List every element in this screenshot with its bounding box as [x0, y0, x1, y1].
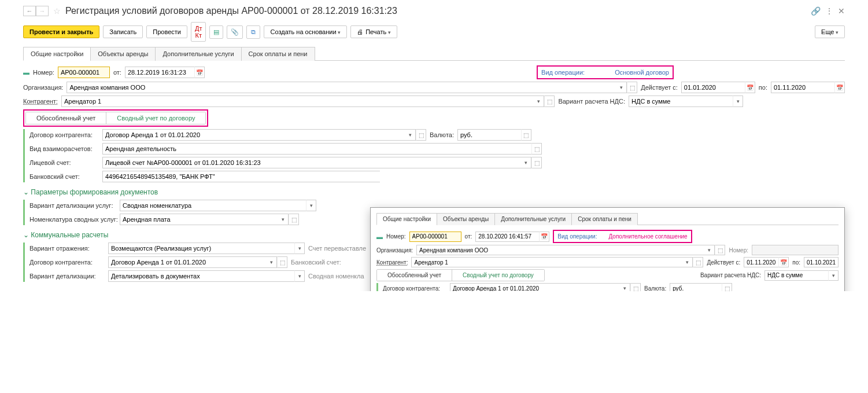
ov-open-kontr[interactable] — [693, 257, 703, 267]
ov-lbl-vid-op: Вид операции: — [557, 233, 597, 240]
inp-deist-s[interactable] — [681, 82, 745, 93]
ov-cal-ot[interactable] — [539, 232, 549, 242]
lbl-bank: Банковский счет: — [29, 173, 99, 180]
ov-dd-dog[interactable]: ▾ — [620, 283, 630, 291]
ov-dd-nds[interactable]: ▾ — [828, 270, 839, 281]
ov-open-dog[interactable] — [630, 283, 641, 291]
seg-obosobl[interactable]: Обособленный учет — [26, 112, 106, 124]
open-val[interactable] — [521, 129, 531, 141]
btn-sozdat[interactable]: Создать на основании — [264, 25, 347, 38]
tab-services[interactable]: Дополнительные услуги — [155, 47, 241, 61]
inp-nds[interactable] — [629, 96, 733, 107]
btn-provesti-zakryt[interactable]: Провести и закрыть — [23, 25, 99, 38]
ov-open-org[interactable] — [715, 245, 725, 255]
ov-deist-po[interactable] — [804, 257, 839, 267]
dd-lic[interactable]: ▾ — [521, 157, 531, 168]
inp-var-otr[interactable] — [108, 243, 294, 254]
inp-bank[interactable] — [102, 171, 380, 182]
open-org[interactable] — [627, 82, 637, 93]
open-lic[interactable] — [531, 157, 542, 168]
dd-nom-sv[interactable]: ▾ — [278, 214, 289, 225]
ov-cal-s[interactable] — [778, 257, 789, 267]
ov-inp-val[interactable] — [670, 283, 722, 291]
btn-struct-icon[interactable]: ⧉ — [246, 25, 260, 39]
nav-back[interactable]: ← — [23, 6, 36, 16]
ov-tab-objects[interactable]: Объекты аренды — [437, 213, 495, 225]
dd-komm-vd[interactable]: ▾ — [294, 270, 305, 282]
dd-var-otr[interactable]: ▾ — [294, 243, 305, 254]
open-nom-sv[interactable] — [289, 214, 299, 225]
tab-terms[interactable]: Срок оплаты и пени — [241, 47, 315, 61]
ov-tab-general[interactable]: Общие настройки — [376, 213, 437, 225]
lbl-komm-bank: Банковский счет: — [291, 259, 341, 266]
open-kontr[interactable] — [544, 96, 555, 107]
ov-lbl-val: Валюта: — [644, 285, 666, 292]
link-icon[interactable]: 🔗 — [811, 6, 821, 16]
dd-nds[interactable]: ▾ — [733, 96, 743, 107]
open-komm-dog[interactable] — [277, 256, 287, 268]
close-icon[interactable]: ✕ — [838, 6, 845, 16]
dd-var-det[interactable]: ▾ — [306, 200, 316, 211]
ov-open-val[interactable] — [722, 283, 732, 291]
inp-deist-po[interactable] — [771, 82, 834, 93]
star-icon[interactable]: ☆ — [53, 6, 61, 16]
tab-objects[interactable]: Объекты аренды — [90, 47, 156, 61]
ov-seg-b[interactable]: Сводный учет по договору — [452, 270, 544, 281]
ov-inp-kontr[interactable] — [411, 257, 682, 267]
menu-icon[interactable]: ⋮ — [825, 6, 833, 16]
inp-komm-vd[interactable] — [108, 270, 294, 282]
inp-komm-dog[interactable] — [108, 256, 267, 268]
ov-dd-org[interactable]: ▾ — [704, 245, 715, 255]
inp-var-det[interactable] — [120, 200, 306, 211]
ov-lbl-org: Организация: — [376, 247, 413, 254]
inp-nomer[interactable] — [58, 67, 110, 78]
cal-deist-po[interactable] — [834, 82, 845, 93]
ov-inp-nomer[interactable] — [409, 232, 461, 242]
ov-dd-kontr[interactable]: ▾ — [682, 257, 693, 267]
ov-val-vid-op[interactable]: Дополнительное соглашение — [608, 233, 687, 240]
ov-seg-a[interactable]: Обособленный учет — [377, 270, 452, 281]
btn-provesti[interactable]: Провести — [146, 25, 187, 38]
lbl-vid-op: Вид операции: — [541, 69, 585, 76]
dd-kontr[interactable]: ▾ — [534, 96, 544, 107]
ov-lbl-kontr[interactable]: Контрагент: — [376, 259, 408, 266]
tab-general[interactable]: Общие настройки — [23, 47, 91, 61]
ov-inp-dog[interactable] — [450, 283, 620, 291]
inp-nom-sv[interactable] — [120, 214, 278, 225]
inp-org[interactable] — [67, 82, 616, 93]
inp-kontr[interactable] — [61, 96, 534, 107]
cal-icon-ot[interactable] — [194, 67, 205, 78]
inp-dog[interactable] — [102, 129, 405, 141]
seg-uchet: Обособленный учет Сводный учет по догово… — [25, 112, 206, 124]
inp-ot[interactable] — [125, 67, 194, 78]
lbl-kontr[interactable]: Контрагент: — [23, 98, 58, 105]
lbl-deist: Действует с: — [641, 84, 678, 91]
inp-lic[interactable] — [102, 157, 521, 168]
inp-vz[interactable] — [102, 143, 531, 155]
open-dog[interactable] — [416, 129, 426, 141]
ov-tab-terms[interactable]: Срок оплаты и пени — [571, 213, 638, 225]
cal-deist-s[interactable] — [745, 82, 755, 93]
dd-komm-dog[interactable]: ▾ — [267, 256, 277, 268]
ov-deist-s[interactable] — [744, 257, 778, 267]
btn-zapisat[interactable]: Записать — [103, 25, 143, 38]
doc-icon: ▬ — [23, 69, 29, 76]
ov-tab-services[interactable]: Дополнительные услуги — [494, 213, 572, 225]
btn-more[interactable]: Еще — [815, 25, 845, 38]
btn-attach-icon[interactable]: 📎 — [227, 25, 243, 39]
sec-params[interactable]: Параметры формирования документов — [23, 188, 845, 196]
dd-org[interactable]: ▾ — [616, 82, 627, 93]
lbl-ot: от: — [113, 69, 121, 76]
btn-pechat[interactable]: Печать — [350, 25, 397, 38]
dd-dog[interactable]: ▾ — [405, 129, 416, 141]
ov-inp-nds[interactable] — [764, 270, 828, 281]
seg-svod[interactable]: Сводный учет по договору — [106, 112, 205, 124]
btn-dtkt[interactable]: ДтКт — [191, 22, 206, 42]
val-vid-op[interactable]: Основной договор — [615, 69, 669, 76]
btn-list-icon[interactable]: ▤ — [209, 25, 223, 39]
main-tabs: Общие настройки Объекты аренды Дополните… — [23, 46, 845, 61]
inp-val[interactable] — [457, 129, 521, 141]
ov-inp-org[interactable] — [416, 245, 704, 255]
ov-inp-ot[interactable] — [475, 232, 539, 242]
open-vz[interactable] — [531, 143, 542, 155]
